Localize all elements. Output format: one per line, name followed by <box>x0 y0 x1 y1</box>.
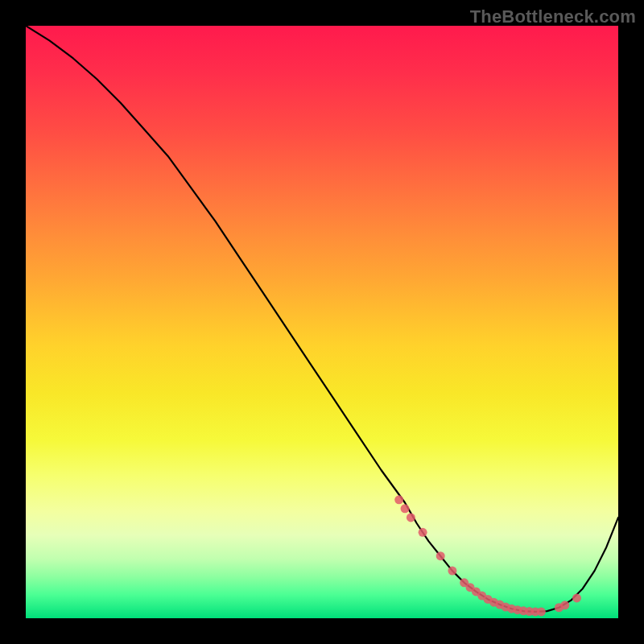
chart-svg <box>26 26 618 618</box>
chart-container: TheBottleneck.com <box>0 0 644 644</box>
watermark-text: TheBottleneck.com <box>470 6 636 27</box>
scatter-dot <box>407 513 415 522</box>
scatter-dot <box>401 504 410 513</box>
scatter-dot <box>436 551 445 560</box>
scatter-dot <box>560 601 569 609</box>
curve-path <box>26 26 618 612</box>
scatter-dot <box>419 528 427 537</box>
scatter-dot <box>448 567 456 576</box>
scatter-dot <box>572 593 581 602</box>
scatter-dot <box>394 495 403 504</box>
scatter-dots <box>394 495 581 616</box>
scatter-dot <box>537 607 546 616</box>
plot-area <box>26 26 618 618</box>
